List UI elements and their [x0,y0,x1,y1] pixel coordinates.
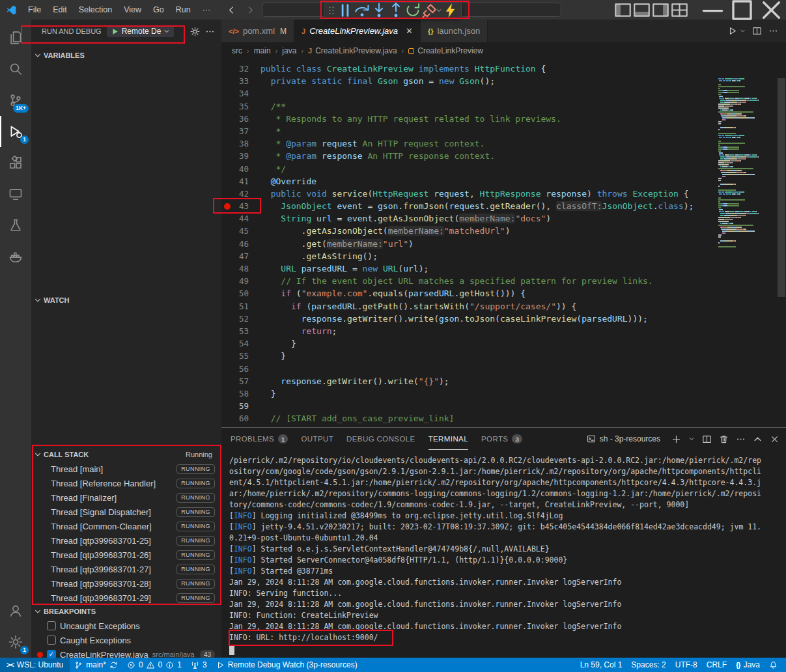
line-number[interactable]: 36 [221,113,249,125]
breakpoint-dot-icon[interactable] [224,203,231,210]
code-line[interactable]: 39 * @param response An HTTP response co… [221,150,716,162]
breadcrumb-item[interactable]: src [232,46,242,55]
terminal-session[interactable]: sh - 3p-resources [587,434,660,443]
menu-file[interactable]: File [22,0,47,20]
code-editor[interactable]: 32public class CreateLinkPreview impleme… [221,63,716,427]
split-editor-button[interactable] [752,26,762,36]
panel-tab-debug-console[interactable]: DEBUG CONSOLE [346,428,415,450]
activity-explorer[interactable] [0,22,31,53]
editor-scrollbar[interactable] [777,63,786,427]
line-number[interactable]: 51 [221,300,249,313]
code-line[interactable]: 33 private static final Gson gson = new … [221,75,716,87]
activity-source-control[interactable]: 1K+ [0,85,31,116]
toggle-sidebar-button[interactable] [613,0,632,20]
code-line[interactable]: 36 * Responds to any HTTP request relate… [221,113,716,125]
forward-arrow-icon[interactable] [246,5,255,15]
thread-row[interactable]: Thread [qtp399683701-25]RUNNING [31,533,221,548]
encoding[interactable]: UTF-8 [671,658,702,672]
line-number[interactable]: 41 [221,175,249,188]
line-number[interactable]: 33 [221,75,249,87]
scrollbar-thumb[interactable] [778,78,785,297]
line-number[interactable]: 50 [221,287,249,300]
ports-status[interactable]: 3 [186,658,212,672]
code-line[interactable]: 53 return; [221,325,716,337]
thread-row[interactable]: Thread [Finalizer]RUNNING [31,490,221,505]
activity-extensions[interactable] [0,147,31,178]
line-number[interactable]: 55 [221,350,249,362]
line-number[interactable]: 37 [221,125,249,137]
tab-createlinkpreview-java[interactable]: JCreateLinkPreview.java✕ [294,20,421,42]
debug-config-selector[interactable]: Remote De [107,25,175,37]
step-out-button[interactable] [387,3,404,18]
panel-tab-terminal[interactable]: TERMINAL [428,428,468,450]
panel-tab-problems[interactable]: PROBLEMS1 [231,428,288,450]
step-over-button[interactable] [354,3,371,18]
thread-row[interactable]: Thread [main]RUNNING [31,462,221,476]
line-number[interactable]: 58 [221,387,249,400]
menu-view[interactable]: View [118,0,147,20]
line-number[interactable]: 44 [221,212,249,225]
chevron-down-icon[interactable] [436,3,442,18]
code-line[interactable]: 51 if (parsedURL.getPath().startsWith("/… [221,300,716,313]
eol[interactable]: CRLF [702,658,731,672]
toggle-secondary-sidebar-button[interactable] [651,0,670,20]
restart-button[interactable] [404,3,421,18]
menu-edit[interactable]: Edit [47,0,73,20]
breadcrumb-item[interactable]: JCreateLinkPreview.java [308,46,397,55]
line-number[interactable]: 52 [221,313,249,325]
maximize-panel-chevron-icon[interactable] [753,434,763,444]
hot-code-replace-button[interactable] [442,3,459,18]
terminal-output[interactable]: /pierrick/.m2/repository/io/cloudevents/… [229,455,781,656]
menu-more[interactable]: ··· [197,0,217,20]
minimap[interactable] [716,63,776,427]
code-line[interactable]: 47 .getAsString(); [221,250,716,262]
tab-launch-json[interactable]: {}launch.json [421,20,488,42]
line-number[interactable]: 32 [221,63,249,75]
thread-row[interactable]: Thread [qtp399683701-28]RUNNING [31,576,221,591]
run-dropdown-chevron-icon[interactable] [740,28,746,34]
code-line[interactable]: 32public class CreateLinkPreview impleme… [221,63,716,75]
line-number[interactable]: 57 [221,375,249,387]
code-line[interactable]: 48 URL parsedURL = new URL(url); [221,262,716,275]
code-line[interactable]: 54 } [221,337,716,350]
breadcrumb-item[interactable]: CreateLinkPreview [408,46,483,55]
code-line[interactable]: 49 // If the event object URL matches a … [221,275,716,287]
code-line[interactable]: 52 response.getWriter().write(gson.toJso… [221,313,716,325]
line-number[interactable]: 38 [221,137,249,150]
thread-row[interactable]: Thread [Common-Cleaner]RUNNING [31,519,221,533]
activity-search[interactable] [0,53,31,85]
thread-row[interactable]: Thread [qtp399683701-27]RUNNING [31,562,221,576]
activity-run-and-debug[interactable]: 1 [0,116,31,147]
code-line[interactable]: 43 JsonObject event = gson.fromJson(requ… [221,200,716,212]
editor-more-actions-icon[interactable] [768,26,778,36]
toggle-panel-button[interactable] [632,0,651,20]
watch-header[interactable]: WATCH [31,293,221,307]
code-line[interactable]: 34 [221,87,716,100]
problems-status[interactable]: 001 [122,658,186,672]
close-tab-icon[interactable]: ✕ [406,26,413,36]
activity-testing[interactable] [0,210,31,241]
line-number[interactable]: 35 [221,100,249,113]
debug-settings-gear-icon[interactable] [190,27,200,36]
code-line[interactable]: 44 String url = event.getAsJsonObject(me… [221,212,716,225]
code-line[interactable]: 55 } [221,350,716,362]
notifications[interactable] [765,658,782,672]
code-line[interactable]: 37 * [221,125,716,137]
activity-docker[interactable] [0,241,31,272]
breakpoints-header[interactable]: BREAKPOINTS [31,604,221,619]
line-number[interactable]: 46 [221,238,249,250]
debug-status[interactable]: Remote Debug Watch (3p-resources) [212,658,362,672]
language-mode[interactable]: {}Java [731,658,765,672]
line-number[interactable]: 47 [221,250,249,262]
step-into-button[interactable] [371,3,387,18]
close-panel-icon[interactable] [770,434,779,444]
customize-layout-button[interactable] [670,0,689,20]
cursor-position[interactable]: Ln 59, Col 1 [576,658,627,672]
tab-pom-xml[interactable]: </>pom.xmlM [221,20,294,42]
line-number[interactable]: 39 [221,150,249,162]
sidebar-more-actions-icon[interactable] [205,27,215,36]
pause-button[interactable] [337,3,354,18]
new-terminal-button[interactable] [671,434,681,444]
activity-accounts[interactable] [0,595,31,626]
run-file-button[interactable] [727,26,737,36]
